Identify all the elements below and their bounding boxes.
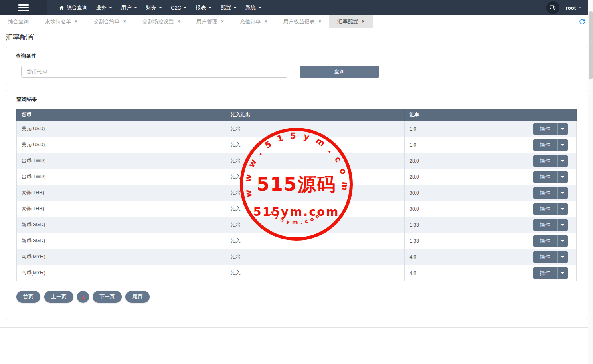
row-action-dropdown-toggle[interactable] (557, 203, 568, 215)
cell-currency: 马币(MYR) (17, 265, 226, 281)
cell-currency: 新币(SGD) (17, 233, 226, 249)
user-menu[interactable]: root (566, 5, 582, 11)
row-action-dropdown-toggle[interactable] (557, 251, 568, 263)
tab-6[interactable]: 充值订单✖ (232, 15, 275, 28)
nav-item-4[interactable]: 财务 (142, 0, 166, 15)
close-icon[interactable]: ✖ (123, 20, 127, 24)
tab-label: 用户收益报表 (283, 18, 315, 25)
close-icon[interactable]: ✖ (318, 20, 322, 24)
scrollbar-thumb[interactable] (589, 11, 593, 79)
row-action-dropdown-toggle[interactable] (557, 139, 568, 151)
nav-item-label: 系统 (245, 4, 256, 11)
nav-item-5[interactable]: C2C (166, 0, 191, 15)
column-header-actions (524, 109, 577, 121)
cell-actions: 操作 (524, 249, 577, 265)
nav-item-label: 财务 (146, 4, 156, 11)
cell-direction: 汇入 (226, 265, 405, 281)
nav-menu: 综合查询业务用户财务C2C报表配置系统 (55, 0, 266, 15)
search-button[interactable]: 查询 (300, 66, 379, 78)
close-icon[interactable]: ✖ (362, 20, 365, 24)
last-page-button[interactable]: 尾页 (125, 291, 150, 303)
row-action-button[interactable]: 操作 (533, 123, 568, 135)
row-action-button[interactable]: 操作 (533, 251, 568, 263)
row-action-label: 操作 (533, 155, 557, 167)
cell-actions: 操作 (524, 153, 577, 169)
table-row: 泰铢(THB)汇入30.0操作 (17, 201, 577, 217)
table-row: 美元(USD)汇出1.0操作 (17, 121, 577, 137)
row-action-button[interactable]: 操作 (533, 203, 568, 215)
nav-item-label: 配置 (221, 4, 231, 11)
vertical-scrollbar[interactable] (588, 0, 593, 364)
tab-1[interactable]: 综合查询 (0, 15, 37, 28)
query-panel: 查询条件 查询 (6, 47, 587, 85)
tab-7[interactable]: 用户收益报表✖ (275, 15, 330, 28)
cell-actions: 操作 (524, 169, 577, 185)
prev-page-button[interactable]: 上一页 (44, 291, 73, 303)
row-action-button[interactable]: 操作 (533, 139, 568, 151)
row-action-dropdown-toggle[interactable] (557, 219, 568, 231)
row-action-dropdown-toggle[interactable] (557, 155, 568, 167)
row-action-button[interactable]: 操作 (533, 219, 568, 231)
chevron-down-icon (561, 176, 564, 178)
tab-4[interactable]: 交割场控设置✖ (134, 15, 188, 28)
row-action-dropdown-toggle[interactable] (557, 187, 568, 199)
nav-item-label: C2C (171, 5, 181, 11)
rates-table: 货币 汇入汇出 汇率 美元(USD)汇出1.0操作美元(USD)汇入1.0操作台… (16, 109, 577, 281)
results-panel-title: 查询结果 (16, 96, 577, 103)
messages-button[interactable] (546, 1, 559, 14)
cell-currency: 台币(TWD) (17, 169, 226, 185)
cell-direction: 汇出 (226, 217, 405, 233)
first-page-button[interactable]: 首页 (16, 291, 40, 303)
row-action-dropdown-toggle[interactable] (557, 267, 568, 279)
chevron-down-icon (561, 160, 564, 162)
row-action-button[interactable]: 操作 (533, 235, 568, 247)
cell-rate: 30.0 (405, 201, 524, 217)
tab-2[interactable]: 永续持仓单✖ (37, 15, 86, 28)
next-page-button[interactable]: 下一页 (93, 291, 122, 303)
cell-currency: 马币(MYR) (17, 249, 226, 265)
table-row: 马币(MYR)汇出4.0操作 (17, 249, 577, 265)
nav-item-2[interactable]: 业务 (92, 0, 117, 15)
row-action-dropdown-toggle[interactable] (557, 235, 568, 247)
nav-item-1[interactable]: 综合查询 (55, 0, 92, 15)
chevron-down-icon (233, 7, 237, 8)
table-header-row: 货币 汇入汇出 汇率 (17, 109, 577, 121)
close-icon[interactable]: ✖ (75, 20, 78, 24)
table-row: 新币(SGD)汇入1.33操作 (17, 233, 577, 249)
chevron-down-icon (561, 192, 564, 194)
table-row: 美元(USD)汇入1.0操作 (17, 137, 577, 153)
chevron-down-icon (258, 7, 261, 8)
chevron-down-icon (579, 7, 582, 8)
row-action-button[interactable]: 操作 (533, 171, 568, 183)
tab-5[interactable]: 用户管理✖ (188, 15, 232, 28)
tab-8[interactable]: 汇率配置✖ (329, 15, 373, 28)
nav-item-3[interactable]: 用户 (117, 0, 142, 15)
nav-item-7[interactable]: 配置 (216, 0, 241, 15)
row-action-dropdown-toggle[interactable] (557, 123, 568, 135)
current-page-button[interactable]: 1 (77, 291, 89, 303)
nav-item-6[interactable]: 报表 (191, 0, 216, 15)
cell-direction: 汇入 (226, 201, 405, 217)
refresh-button[interactable] (578, 18, 586, 26)
close-icon[interactable]: ✖ (177, 20, 180, 24)
top-navbar: 综合查询业务用户财务C2C报表配置系统 root (0, 0, 593, 15)
row-action-button[interactable]: 操作 (533, 267, 568, 279)
chat-bubbles-icon (549, 4, 556, 11)
footer-divider (0, 327, 593, 328)
nav-item-8[interactable]: 系统 (241, 0, 266, 15)
chevron-down-icon (561, 208, 564, 210)
row-action-button[interactable]: 操作 (533, 155, 568, 167)
tab-3[interactable]: 交割合约单✖ (86, 15, 135, 28)
column-header-currency: 货币 (17, 109, 226, 121)
chevron-down-icon (134, 7, 137, 8)
row-action-label: 操作 (533, 187, 557, 199)
cell-rate: 1.33 (405, 217, 524, 233)
row-action-button[interactable]: 操作 (533, 187, 568, 199)
close-icon[interactable]: ✖ (264, 20, 267, 24)
sidebar-toggle-button[interactable] (0, 0, 47, 15)
row-action-dropdown-toggle[interactable] (557, 171, 568, 183)
currency-code-input[interactable] (21, 66, 287, 78)
query-panel-title: 查询条件 (16, 52, 577, 60)
close-icon[interactable]: ✖ (221, 20, 224, 24)
cell-rate: 1.33 (405, 233, 524, 249)
